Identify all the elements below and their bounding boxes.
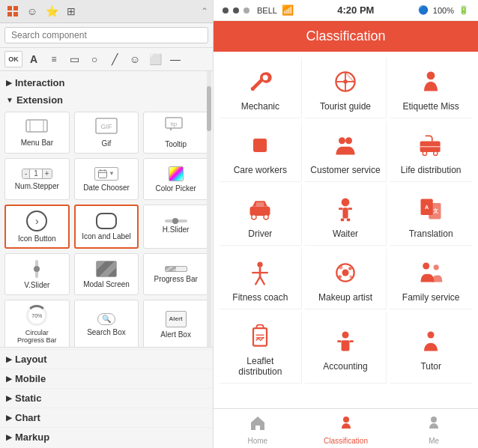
tooltip-label: Tooltip bbox=[165, 140, 187, 148]
family-service-item[interactable]: Family service bbox=[390, 249, 472, 309]
leaflet-distribution-item[interactable]: Leaflet distribution bbox=[220, 312, 302, 384]
h-slider-item[interactable]: H.Slider bbox=[143, 205, 208, 249]
num-stepper-item[interactable]: - 1 + Num.Stepper bbox=[4, 158, 70, 200]
svg-point-29 bbox=[252, 215, 256, 220]
search-box-item[interactable]: 🔍 Search Box bbox=[74, 300, 139, 347]
me-tab-label: Me bbox=[429, 437, 439, 445]
circular-progress-item[interactable]: 70% CircularProgress Bar bbox=[4, 300, 70, 347]
translation-item[interactable]: A文 Translation bbox=[390, 185, 472, 246]
svg-point-48 bbox=[342, 270, 348, 276]
me-tab[interactable]: Me bbox=[390, 414, 478, 445]
mechanic-item[interactable]: Mechanic bbox=[220, 58, 302, 118]
progress-bar-icon bbox=[165, 266, 187, 272]
tourist-guide-label: Tourist guide bbox=[320, 101, 371, 112]
progress-bar-item[interactable]: Progress Bar bbox=[143, 253, 208, 295]
customer-service-label: Customer service bbox=[310, 165, 380, 175]
alert-box-label: Alert Box bbox=[160, 330, 191, 339]
icon-toolbar: OK A ≡ ▭ ○ ╱ ☺ ⬜ — bbox=[0, 48, 213, 71]
search-box-icon: 🔍 bbox=[97, 313, 115, 325]
ok-button[interactable]: OK bbox=[4, 51, 22, 67]
svg-point-24 bbox=[345, 137, 352, 144]
svg-rect-2 bbox=[7, 12, 12, 16]
search-input[interactable] bbox=[4, 27, 208, 43]
table-icon[interactable]: ⊞ bbox=[63, 3, 79, 19]
driver-item[interactable]: Driver bbox=[220, 185, 302, 246]
menu-bar-icon bbox=[25, 118, 48, 136]
line-icon[interactable]: ╱ bbox=[106, 51, 124, 67]
svg-rect-3 bbox=[13, 12, 18, 16]
tutor-item[interactable]: Tutor bbox=[390, 312, 472, 384]
translation-icon: A文 bbox=[416, 194, 446, 224]
static-section[interactable]: ▶ Static bbox=[0, 388, 213, 408]
life-distribution-item[interactable]: Life distribution bbox=[390, 121, 472, 182]
classification-tab[interactable]: Classification bbox=[302, 414, 390, 445]
makeup-artist-item[interactable]: Makeup artist bbox=[305, 249, 387, 309]
menu-bar-item[interactable]: Menu Bar bbox=[4, 112, 70, 154]
care-workers-item[interactable]: Care workers bbox=[220, 121, 302, 182]
svg-text:GIF: GIF bbox=[100, 123, 112, 130]
tooltip-item[interactable]: tip Tooltip bbox=[143, 112, 208, 154]
accounting-label: Accounting bbox=[323, 361, 367, 372]
num-stepper-icon: - 1 + bbox=[22, 169, 52, 179]
accounting-item[interactable]: Accounting bbox=[305, 312, 387, 384]
alert-box-item[interactable]: Alert Alert Box bbox=[143, 300, 208, 347]
mobile-arrow: ▶ bbox=[6, 375, 12, 383]
bookmark-icon[interactable]: ⭐ bbox=[43, 3, 60, 19]
makeup-artist-label: Makeup artist bbox=[318, 292, 372, 303]
interaction-section-header[interactable]: ▶ Interaction bbox=[0, 74, 213, 91]
circle-icon[interactable]: ○ bbox=[85, 51, 103, 67]
date-chooser-item[interactable]: ▼ Date Chooser bbox=[74, 158, 139, 200]
minus-icon[interactable]: — bbox=[166, 51, 184, 67]
mobile-label: Mobile bbox=[15, 373, 46, 384]
svg-point-32 bbox=[342, 199, 350, 207]
mobile-section[interactable]: ▶ Mobile bbox=[0, 369, 213, 388]
chart-section[interactable]: ▶ Chart bbox=[0, 408, 213, 427]
tutor-icon bbox=[416, 327, 446, 357]
image-icon[interactable]: ⬜ bbox=[146, 51, 164, 67]
v-slider-item[interactable]: V.Slider bbox=[4, 253, 70, 295]
me-tab-icon bbox=[425, 414, 443, 435]
rectangle-icon[interactable]: ▭ bbox=[65, 51, 83, 67]
color-picker-item[interactable]: Color Picker bbox=[143, 158, 208, 200]
fitness-coach-item[interactable]: Fitness coach bbox=[220, 249, 302, 309]
classification-tab-label: Classification bbox=[324, 437, 368, 445]
emoji-icon[interactable]: ☺ bbox=[126, 51, 144, 67]
smiley-icon[interactable]: ☺ bbox=[24, 3, 40, 19]
home-tab[interactable]: Home bbox=[214, 414, 302, 445]
circular-progress-label: CircularProgress Bar bbox=[17, 329, 57, 344]
svg-line-45 bbox=[255, 276, 260, 285]
svg-rect-34 bbox=[339, 208, 342, 210]
extension-section-header[interactable]: ▼ Extension bbox=[0, 91, 213, 109]
scroll-thumb[interactable] bbox=[207, 86, 211, 131]
translation-label: Translation bbox=[409, 228, 453, 239]
scroll-bar[interactable] bbox=[207, 71, 211, 347]
etiquette-miss-item[interactable]: Etiquette Miss bbox=[390, 58, 472, 118]
svg-point-50 bbox=[348, 267, 352, 270]
text-icon[interactable]: A bbox=[25, 51, 43, 67]
svg-point-54 bbox=[434, 264, 439, 270]
modal-screen-item[interactable]: Modal Screen bbox=[74, 253, 139, 295]
care-workers-icon bbox=[245, 130, 275, 160]
customer-service-item[interactable]: Customer service bbox=[305, 121, 387, 182]
markup-section[interactable]: ▶ Markup bbox=[0, 427, 213, 447]
svg-rect-36 bbox=[341, 219, 345, 222]
tourist-guide-item[interactable]: Tourist guide bbox=[305, 58, 387, 118]
bluetooth-icon: 🔵 bbox=[418, 5, 429, 15]
bottom-tab-bar: Home Classification Me bbox=[214, 408, 478, 448]
waiter-item[interactable]: Waiter bbox=[305, 185, 387, 246]
expand-button[interactable]: ⌃ bbox=[201, 6, 208, 16]
icon-and-label-icon bbox=[96, 213, 117, 229]
icon-button-item[interactable]: › Icon Button bbox=[4, 205, 70, 249]
signal-dot-2 bbox=[233, 7, 239, 13]
fitness-coach-icon bbox=[245, 258, 275, 288]
driver-label: Driver bbox=[248, 228, 272, 239]
date-chooser-label: Date Chooser bbox=[83, 184, 130, 192]
text-align-icon[interactable]: ≡ bbox=[45, 51, 63, 67]
gif-item[interactable]: GIF Gif bbox=[74, 112, 139, 154]
icon-button-icon: › bbox=[26, 211, 47, 231]
gif-icon: GIF bbox=[95, 118, 118, 136]
search-bar bbox=[0, 23, 213, 48]
icon-and-label-item[interactable]: Icon and Label bbox=[74, 205, 139, 249]
layout-section[interactable]: ▶ Layout bbox=[0, 349, 213, 369]
markup-arrow: ▶ bbox=[6, 433, 12, 441]
